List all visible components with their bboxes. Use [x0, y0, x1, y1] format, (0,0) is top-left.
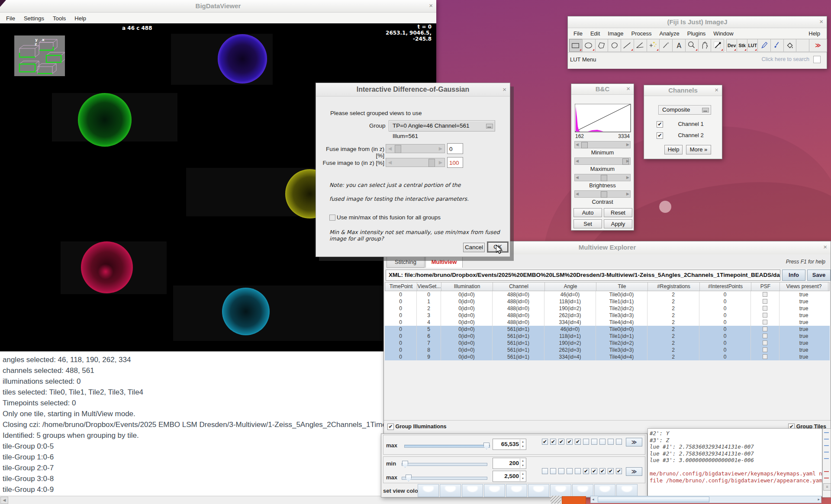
- more-button[interactable]: More »: [686, 145, 711, 154]
- rectangle-tool[interactable]: [569, 39, 583, 52]
- col-tile[interactable]: Tile: [596, 282, 648, 291]
- set-button[interactable]: Set: [573, 219, 602, 228]
- cell-psf[interactable]: [751, 347, 779, 353]
- tab-multiview[interactable]: Multiview: [425, 257, 463, 268]
- slider-thumb[interactable]: [428, 159, 435, 167]
- psf-checkbox[interactable]: [763, 347, 767, 352]
- bc-close-icon[interactable]: ×: [626, 85, 630, 92]
- psf-checkbox[interactable]: [763, 334, 767, 338]
- slider-thumb[interactable]: [601, 191, 607, 198]
- channel-row[interactable]: ✔ Channel 2: [657, 131, 704, 142]
- max-spinner-1[interactable]: 65,535 ▲▼: [493, 439, 526, 450]
- scrollbar-thumb[interactable]: [598, 497, 709, 502]
- cell-psf[interactable]: [751, 312, 779, 319]
- cell-psf[interactable]: [751, 305, 779, 312]
- slider-right-icon[interactable]: ▶: [437, 144, 444, 153]
- min-slider[interactable]: [402, 463, 487, 466]
- cancel-button[interactable]: Cancel: [463, 243, 485, 252]
- fuse-from-field[interactable]: 0: [447, 143, 463, 154]
- angle-tool[interactable]: [634, 39, 647, 52]
- slider-thumb[interactable]: [483, 443, 490, 449]
- psf-checkbox[interactable]: [763, 306, 767, 311]
- table-row[interactable]: 0 2 0(id=0) 488(id=0) 190(id=2) Tile2(id…: [385, 305, 830, 312]
- cell-psf[interactable]: [751, 326, 779, 333]
- cell-psf[interactable]: [751, 333, 779, 340]
- slider-thumb[interactable]: [406, 475, 412, 482]
- view-color-button[interactable]: [594, 484, 615, 497]
- psf-checkbox[interactable]: [763, 292, 767, 297]
- bdv-menu-item[interactable]: Tools: [48, 13, 70, 23]
- horizontal-scrollbar[interactable]: ◂ ▸: [590, 496, 821, 503]
- fiji-menu-item[interactable]: File: [570, 29, 586, 38]
- oval-tool[interactable]: [582, 39, 596, 52]
- group-dropdown[interactable]: TP=0 Angle=46 Channel=561 Illum=561: [389, 120, 495, 132]
- fiji-menu-help[interactable]: Help: [805, 29, 824, 38]
- bc-slider[interactable]: ◀ ▶: [574, 174, 631, 181]
- view-checkbox[interactable]: [599, 439, 606, 445]
- max-slider-2[interactable]: [402, 477, 487, 480]
- tool-menu-button[interactable]: Stk: [737, 39, 747, 52]
- tab-stitching[interactable]: Stitching: [387, 257, 425, 268]
- slider-right-icon[interactable]: ▶: [437, 158, 444, 167]
- psf-checkbox[interactable]: [763, 299, 767, 304]
- slider-right-icon[interactable]: ▶: [626, 174, 629, 181]
- view-checkbox[interactable]: ✔: [558, 439, 564, 445]
- max-spinner-2[interactable]: 2,500 ▲▼: [493, 471, 526, 482]
- bc-slider[interactable]: ◀ ▶: [574, 141, 631, 148]
- pencil-tool[interactable]: [757, 39, 771, 52]
- slider-left-icon[interactable]: ◀: [576, 174, 579, 181]
- bc-slider[interactable]: ◀ ▶: [574, 157, 631, 165]
- slider-left-icon[interactable]: ◀: [576, 191, 579, 197]
- fuse-to-field[interactable]: 100: [447, 157, 463, 168]
- group-illuminations-checkbox[interactable]: ✔ Group Illuminations: [387, 424, 447, 430]
- channel-row[interactable]: ✔ Channel 1: [657, 120, 704, 131]
- psf-checkbox[interactable]: [763, 340, 767, 345]
- dropdown-icon[interactable]: [702, 108, 709, 112]
- psf-checkbox[interactable]: [763, 354, 767, 359]
- fuse-from-slider[interactable]: ◀ ▶: [386, 144, 445, 153]
- view-color-button[interactable]: [440, 484, 461, 497]
- tool-menu-button[interactable]: Dev: [726, 39, 737, 52]
- spinner-arrows-icon[interactable]: ▲▼: [520, 459, 525, 468]
- view-checkbox[interactable]: ✔: [591, 468, 597, 474]
- fiji-titlebar[interactable]: (Fiji Is Just) ImageJ ×: [568, 16, 827, 28]
- cell-psf[interactable]: [751, 291, 779, 298]
- save-button[interactable]: Save: [807, 270, 831, 281]
- col-illumination[interactable]: Illumination: [441, 282, 493, 291]
- view-checkbox[interactable]: ✔: [575, 439, 581, 445]
- resize-grip[interactable]: [551, 496, 561, 504]
- view-checkbox[interactable]: [550, 468, 556, 474]
- table-row[interactable]: 0 5 0(id=0) 561(id=1) 46(id=0) Tile0(id=…: [385, 326, 830, 333]
- help-button[interactable]: Help: [664, 145, 683, 154]
- bdv-titlebar[interactable]: BigDataViewer ×: [0, 0, 436, 13]
- col-registrations[interactable]: #Registrations: [648, 282, 700, 291]
- view-checkbox[interactable]: [567, 468, 573, 474]
- slider-right-icon[interactable]: ▶: [626, 191, 629, 197]
- view-checkbox[interactable]: [608, 439, 614, 445]
- more-views-button-1[interactable]: ≫: [626, 438, 642, 446]
- view-checkbox[interactable]: ✔: [583, 468, 589, 474]
- channel-checkbox[interactable]: ✔: [657, 121, 663, 128]
- fiji-menu-item[interactable]: Image: [604, 29, 627, 38]
- paintbrush-tool[interactable]: [770, 39, 784, 52]
- text-tool[interactable]: A: [672, 39, 686, 52]
- table-row[interactable]: 0 8 0(id=0) 561(id=1) 262(id=3) Tile3(id…: [385, 347, 830, 353]
- more-tools-button[interactable]: ≫: [809, 39, 827, 52]
- fiji-menu-item[interactable]: Plugins: [683, 29, 710, 38]
- point-tool[interactable]: [647, 39, 660, 52]
- freehand-tool[interactable]: [608, 39, 621, 52]
- cell-psf[interactable]: [751, 319, 779, 326]
- table-row[interactable]: 0 3 0(id=0) 488(id=0) 262(id=3) Tile3(id…: [385, 312, 830, 319]
- scroll-left-icon[interactable]: ◂: [592, 497, 594, 502]
- zoom-tool[interactable]: [685, 39, 699, 52]
- view-color-button[interactable]: [462, 484, 483, 497]
- col-views-present[interactable]: Views present?: [780, 282, 828, 291]
- slider-left-icon[interactable]: ◀: [576, 158, 579, 164]
- slider-left-icon[interactable]: ◀: [386, 158, 394, 167]
- minmax-checkbox[interactable]: [329, 215, 335, 221]
- fiji-close-icon[interactable]: ×: [819, 18, 823, 25]
- more-views-button-2[interactable]: ≫: [626, 467, 642, 476]
- scroll-grip-icon[interactable]: ≡: [823, 483, 831, 491]
- bdv-menu-item[interactable]: File: [2, 13, 19, 23]
- view-color-button[interactable]: [616, 484, 638, 497]
